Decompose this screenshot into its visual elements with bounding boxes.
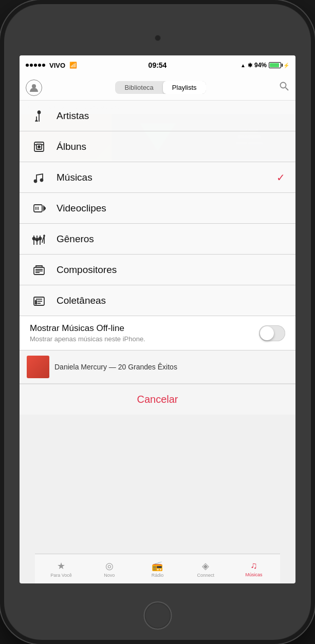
para-voce-label: Para Você — [50, 573, 72, 578]
status-right: ▲ ✱ 94% ⚡ — [240, 62, 289, 69]
albuns-icon — [30, 140, 48, 153]
tab-musicas[interactable]: ♫ Músicas — [230, 558, 278, 579]
screen: VIVO 📶 09:54 ▲ ✱ 94% ⚡ — [20, 55, 295, 583]
musicas-icon — [30, 171, 48, 184]
svg-line-2 — [286, 88, 289, 91]
signal-dot-2 — [30, 64, 33, 67]
toggle-knob — [260, 326, 274, 340]
location-icon: ▲ — [240, 63, 246, 68]
battery — [269, 62, 281, 68]
tab-radio[interactable]: 📻 Rádio — [134, 558, 182, 580]
menu-sheet: Artistas Álbu — [20, 101, 295, 415]
status-time: 09:54 — [149, 61, 167, 69]
signal-dots — [26, 64, 45, 67]
bottom-tab-bar: ★ Para Você ◎ Novo 📻 Rádio ◈ Connect ♫ — [35, 554, 280, 583]
status-left: VIVO 📶 — [26, 62, 77, 69]
menu-item-coletaneas[interactable]: Coletâneas — [20, 285, 295, 316]
menu-item-albuns[interactable]: Álbuns — [20, 131, 295, 162]
radio-icon: 📻 — [152, 560, 163, 572]
musicas-label: Músicas — [57, 172, 276, 183]
bg-list-item: Daniela Mercury — 20 Grandes Êxitos — [20, 350, 295, 384]
cancel-button[interactable]: Cancelar — [20, 384, 295, 415]
connect-icon: ◈ — [202, 560, 209, 572]
modal-overlay: Artistas Álbu — [20, 101, 295, 583]
menu-item-videoclipes[interactable]: Videoclipes — [20, 193, 295, 224]
offline-text-block: Mostrar Músicas Off-line Mostrar apenas … — [30, 323, 259, 343]
coletaneas-icon — [30, 294, 48, 307]
generos-label: Gêneros — [57, 233, 285, 245]
svg-point-12 — [34, 180, 37, 182]
charging-icon: ⚡ — [283, 63, 289, 68]
musicas-tab-label: Músicas — [246, 572, 263, 577]
svg-point-11 — [38, 146, 40, 148]
albuns-label: Álbuns — [57, 141, 285, 152]
novo-label: Novo — [104, 573, 115, 578]
svg-point-26 — [39, 237, 42, 240]
app-header: Biblioteca Playlists — [20, 75, 295, 101]
home-button[interactable] — [143, 601, 172, 630]
svg-point-24 — [33, 237, 35, 240]
bg-list-thumb — [27, 356, 49, 378]
battery-container — [269, 62, 281, 68]
compositores-label: Compositores — [57, 264, 285, 276]
tab-novo[interactable]: ◎ Novo — [85, 558, 134, 580]
novo-icon: ◎ — [105, 560, 114, 572]
musicas-tab-icon: ♫ — [250, 560, 257, 571]
videoclipes-label: Videoclipes — [57, 203, 285, 214]
tab-playlists[interactable]: Playlists — [163, 81, 206, 94]
svg-point-0 — [32, 84, 36, 88]
svg-marker-15 — [44, 206, 46, 210]
offline-toggle-row: Mostrar Músicas Off-line Mostrar apenas … — [20, 316, 295, 350]
battery-pct: 94% — [254, 62, 267, 69]
generos-icon — [30, 232, 48, 246]
offline-title: Mostrar Músicas Off-line — [30, 323, 259, 334]
profile-button[interactable] — [26, 80, 42, 96]
tab-connect[interactable]: ◈ Connect — [181, 558, 230, 580]
coletaneas-label: Coletâneas — [57, 295, 285, 306]
front-camera — [155, 35, 161, 41]
svg-point-34 — [35, 302, 37, 304]
signal-dot-3 — [34, 64, 37, 67]
menu-item-artistas[interactable]: Artistas — [20, 101, 295, 131]
para-voce-icon: ★ — [57, 560, 65, 572]
wifi-icon: 📶 — [69, 62, 77, 69]
status-bar: VIVO 📶 09:54 ▲ ✱ 94% ⚡ — [20, 55, 295, 75]
offline-subtitle: Mostrar apenas músicas neste iPhone. — [30, 335, 259, 343]
svg-point-13 — [41, 179, 43, 181]
compositores-icon — [30, 263, 48, 277]
tab-para-voce[interactable]: ★ Para Você — [37, 558, 85, 580]
connect-label: Connect — [197, 573, 215, 578]
bg-list-title: Daniela Mercury — 20 Grandes Êxitos — [54, 363, 288, 371]
musicas-check: ✓ — [276, 171, 285, 184]
offline-toggle-switch[interactable] — [259, 325, 285, 341]
tab-biblioteca[interactable]: Biblioteca — [115, 81, 162, 94]
signal-dot-5 — [42, 64, 45, 67]
carrier-label: VIVO — [49, 62, 65, 69]
bluetooth-icon: ✱ — [248, 62, 252, 69]
menu-item-generos[interactable]: Gêneros — [20, 224, 295, 255]
videoclipes-icon — [30, 202, 48, 215]
menu-item-musicas[interactable]: Músicas ✓ — [20, 162, 295, 193]
battery-fill — [270, 63, 279, 67]
svg-point-33 — [35, 300, 37, 302]
svg-point-25 — [36, 238, 39, 241]
search-button[interactable] — [279, 81, 289, 94]
signal-dot-4 — [38, 64, 41, 67]
signal-dot-1 — [26, 64, 29, 67]
header-tab-group: Biblioteca Playlists — [115, 81, 206, 94]
artistas-label: Artistas — [57, 110, 285, 122]
radio-label: Rádio — [152, 573, 164, 578]
svg-point-6 — [38, 111, 41, 113]
phone-frame: VIVO 📶 09:54 ▲ ✱ 94% ⚡ — [0, 0, 315, 644]
svg-point-1 — [281, 83, 286, 88]
artistas-icon — [30, 109, 48, 123]
menu-item-compositores[interactable]: Compositores — [20, 255, 295, 285]
bg-list-info: Daniela Mercury — 20 Grandes Êxitos — [54, 363, 288, 371]
phone-inner: VIVO 📶 09:54 ▲ ✱ 94% ⚡ — [4, 4, 311, 640]
